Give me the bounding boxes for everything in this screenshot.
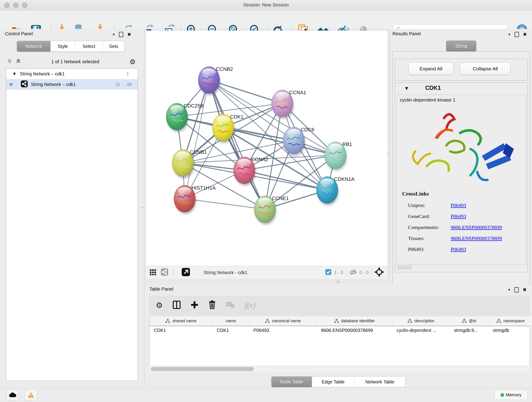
tab-style[interactable]: Style: [51, 41, 75, 51]
cell-id[interactable]: stringdb:9...: [450, 326, 489, 335]
show-columns-icon[interactable]: [173, 301, 181, 310]
network-canvas[interactable]: CCNB2CCNA1CDC25BCDK1CDC6RB1CCNB1CCNA2CDK…: [146, 31, 387, 266]
warning-triangle-icon: [28, 392, 34, 398]
table-settings-gear-icon[interactable]: ⚙: [156, 301, 163, 310]
cloud-button[interactable]: [6, 389, 19, 400]
left-splitter-handle[interactable]: [140, 205, 145, 210]
node-label-CCNE1: CCNE1: [272, 196, 289, 201]
edge-CCNA2-CDKN1A[interactable]: [244, 170, 327, 190]
results-hscrollbar-thumb[interactable]: [397, 266, 412, 269]
results-buttons-box: Expand All Collapse All: [395, 59, 528, 81]
results-panel-close-icon[interactable]: ✖: [523, 32, 527, 37]
node-CDC25B[interactable]: CDC25B: [166, 103, 204, 132]
cell-canonicalname[interactable]: P06493: [249, 326, 317, 335]
network-view-title: String Network - cdk1: [204, 270, 247, 275]
tab-node-table[interactable]: Node Table: [272, 376, 312, 387]
network-row-selected[interactable]: String Network – cdk1 11 48: [6, 79, 138, 89]
add-column-icon[interactable]: [191, 301, 198, 310]
node-label-CDC25B: CDC25B: [184, 103, 204, 109]
column-header-databaseidentifier[interactable]: database identifier: [317, 316, 393, 326]
cell-sharedname[interactable]: CDK1: [150, 326, 213, 335]
card-collapse-icon[interactable]: ▼: [405, 86, 408, 90]
crosslink-compartments[interactable]: 9606.ENSP00000378699: [451, 224, 502, 230]
control-panel-menu-icon[interactable]: ▾: [113, 32, 115, 37]
crosslink-uniprot[interactable]: P06493: [451, 202, 466, 208]
delete-column-trash-icon[interactable]: [209, 300, 216, 310]
results-panel-menu-icon[interactable]: ▾: [508, 32, 510, 37]
horizontal-splitter-handle[interactable]: [336, 279, 340, 283]
node-label-HIST1H1A: HIST1H1A: [191, 185, 215, 191]
crosslink-pharos[interactable]: P06493: [451, 246, 466, 252]
control-panel-close-icon[interactable]: ✖: [127, 32, 131, 37]
column-header-sharedname[interactable]: shared name: [150, 316, 213, 326]
table-panel-close-icon[interactable]: ✖: [523, 287, 527, 293]
tab-edge-table[interactable]: Edge Table: [312, 376, 355, 387]
delete-table-icon: [226, 301, 234, 309]
tab-string[interactable]: String: [446, 41, 476, 51]
column-header-canonicalname[interactable]: canonical name: [249, 316, 317, 326]
function-builder-icon: f(x): [245, 301, 255, 310]
node-label-CDK1: CDK1: [230, 114, 244, 120]
cell-namespace[interactable]: stringdb: [489, 326, 532, 335]
node-CDKN1A[interactable]: CDKN1A: [317, 176, 355, 205]
crosslinks-heading: CrossLinks: [402, 191, 429, 197]
crosslink-genecard[interactable]: P06493: [451, 213, 466, 219]
node-CDK1[interactable]: CDK1: [212, 114, 244, 143]
selected-checkbox-icon[interactable]: [325, 269, 331, 276]
warnings-button[interactable]: [25, 389, 37, 400]
node-CCNA1[interactable]: CCNA1: [272, 89, 306, 119]
crosslink-tissues[interactable]: 9606.ENSP00000378699: [451, 235, 502, 241]
cell-description[interactable]: cyclin-dependent ...: [393, 326, 450, 335]
hidden-counts: 0 - 0: [360, 270, 369, 275]
expand-all-networks-icon[interactable]: [16, 58, 21, 65]
collapse-all-button[interactable]: Collapse All: [460, 63, 510, 75]
view-grid-icon[interactable]: [150, 269, 156, 276]
node-HIST1H1A[interactable]: HIST1H1A: [174, 185, 215, 214]
node-CDC6[interactable]: CDC6: [283, 127, 314, 156]
node-table[interactable]: shared namenamecanonical namedatabase id…: [149, 316, 530, 372]
column-header-name[interactable]: name: [213, 316, 249, 326]
crosslink-row: Uniprot:P06493: [408, 200, 502, 211]
tree-collapse-icon[interactable]: ▼: [13, 72, 16, 76]
expand-all-button[interactable]: Expand All: [409, 63, 453, 75]
detach-view-icon[interactable]: [182, 268, 190, 277]
window-title: Session: New Session: [0, 2, 532, 7]
collapse-all-networks-icon[interactable]: [7, 58, 12, 65]
column-header-id[interactable]: @id: [450, 316, 489, 326]
network-collection-row[interactable]: ▼ String Network – cdk1 1: [6, 69, 138, 79]
tab-network[interactable]: Network: [17, 41, 51, 51]
results-panel-float-icon[interactable]: [515, 32, 519, 37]
column-header-description[interactable]: description: [393, 316, 450, 326]
column-header-namespace[interactable]: namespace: [489, 316, 532, 326]
memory-status-dot-icon: [500, 393, 504, 397]
current-network-dot-icon: [9, 83, 13, 86]
tab-network-table[interactable]: Network Table: [355, 376, 405, 387]
cell-name[interactable]: CDK1: [213, 326, 249, 335]
protein-structure-image: [402, 105, 521, 192]
app-statusbar: Memory: [0, 387, 532, 402]
edge-CCNB2-CCNE1[interactable]: [209, 80, 265, 209]
tab-sets[interactable]: Sets: [103, 41, 124, 51]
network-selection-summary: 1 of 1 Network selected: [21, 59, 129, 64]
control-panel-float-icon[interactable]: [119, 32, 123, 37]
crosslink-label: P06493: [408, 244, 451, 255]
crosslink-row: Tissues:9606.ENSP00000378699: [408, 233, 502, 244]
table-panel-menu-icon[interactable]: ▾: [508, 287, 510, 292]
crosslink-label: GeneCard:: [408, 211, 451, 222]
view-network-icon[interactable]: [161, 268, 168, 277]
cell-databaseidentifier[interactable]: 9606.ENSP00000378699: [317, 326, 393, 335]
tab-select[interactable]: Select: [75, 41, 103, 51]
table-hscrollbar[interactable]: [149, 366, 530, 372]
node-position-crosshair-icon[interactable]: [374, 267, 384, 278]
node-label-CDC6: CDC6: [301, 127, 314, 133]
table-panel-float-icon[interactable]: [514, 287, 519, 293]
memory-button[interactable]: Memory: [494, 390, 527, 400]
cloud-icon: [9, 392, 17, 398]
node-CCNA2[interactable]: CCNA2: [234, 157, 268, 186]
node-count: 11: [115, 82, 120, 87]
node-RB1[interactable]: RB1: [325, 141, 352, 171]
node-CCNE1[interactable]: CCNE1: [254, 196, 289, 225]
edge-HIST1H1A-CCNE1[interactable]: [185, 199, 265, 209]
network-options-gear-icon[interactable]: ⚙: [129, 58, 136, 66]
table-hscrollbar-thumb[interactable]: [151, 367, 254, 371]
